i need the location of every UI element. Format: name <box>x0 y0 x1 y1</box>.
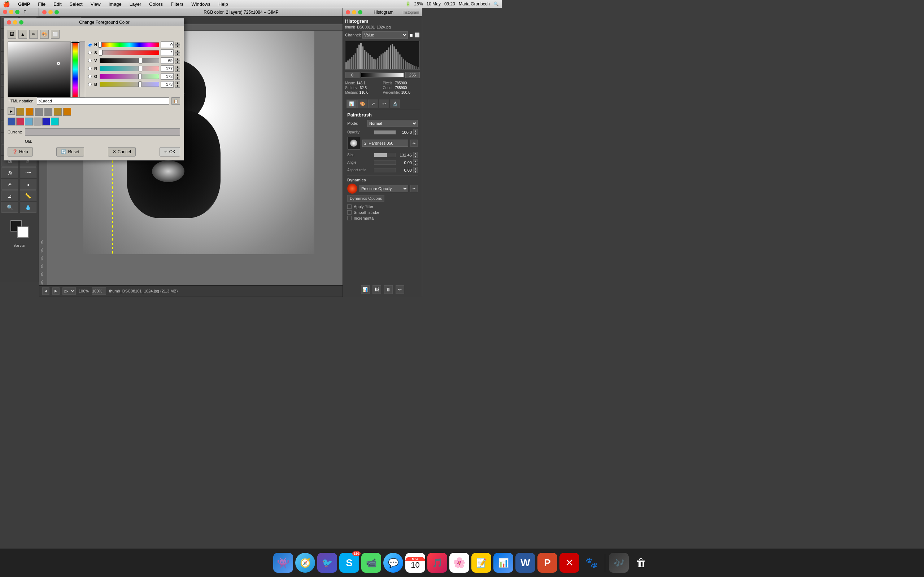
swatch-gold-2[interactable] <box>26 108 34 116</box>
apply-jitter-checkbox[interactable] <box>347 205 352 209</box>
range-start-input[interactable] <box>345 72 360 78</box>
hist-maximize[interactable] <box>358 10 362 15</box>
swatch-blue[interactable] <box>8 118 16 126</box>
swatch-gold-1[interactable] <box>16 108 24 116</box>
dynamics-edit-btn[interactable]: ✏ <box>410 185 418 192</box>
r-down[interactable]: ▼ <box>175 69 180 72</box>
size-up[interactable]: ▲ <box>413 152 418 155</box>
radio-s[interactable] <box>88 51 92 55</box>
aspect-down[interactable]: ▼ <box>413 170 418 173</box>
v-up[interactable]: ▲ <box>175 58 180 61</box>
angle-slider[interactable] <box>374 161 396 165</box>
aspect-up[interactable]: ▲ <box>413 167 418 170</box>
dynamics-select[interactable]: Pressure Opacity <box>360 185 408 192</box>
incremental-checkbox[interactable] <box>347 216 352 220</box>
tool-blur-sharpen[interactable]: ◎ <box>2 167 18 178</box>
zoom-in-button[interactable]: ▶ <box>52 287 60 295</box>
s-up[interactable]: ▲ <box>175 50 180 53</box>
radio-h[interactable] <box>88 43 92 47</box>
apple-menu[interactable]: 🍎 <box>3 1 10 8</box>
g-up[interactable]: ▲ <box>175 74 180 76</box>
s-down[interactable]: ▼ <box>175 53 180 56</box>
hue-bar[interactable] <box>72 42 78 97</box>
menu-view[interactable]: View <box>89 2 102 7</box>
cp-icon-dropper[interactable]: 🖼 <box>8 30 16 39</box>
menu-help[interactable]: Help <box>217 2 229 7</box>
g-slider[interactable] <box>100 74 159 79</box>
menu-gimp[interactable]: GIMP <box>16 2 31 7</box>
tab-histogram[interactable]: 📊 <box>347 100 357 108</box>
search-icon[interactable]: 🔍 <box>493 2 499 6</box>
menu-colors[interactable]: Colors <box>148 2 164 7</box>
g-down[interactable]: ▼ <box>175 77 180 80</box>
radio-v[interactable] <box>88 59 92 62</box>
color-square[interactable] <box>8 42 71 97</box>
range-bar[interactable] <box>361 73 404 77</box>
reset-button[interactable]: 🔄 Reset <box>56 147 84 156</box>
channel-select[interactable]: Value Red Green Blue <box>362 31 408 39</box>
range-end-input[interactable] <box>405 72 420 78</box>
channel-icon-right[interactable]: ⬜ <box>414 32 420 37</box>
opacity-param-slider[interactable] <box>374 130 396 134</box>
panel-icon-2[interactable]: 🖼 <box>373 285 381 294</box>
channel-icon-left[interactable]: ◼ <box>409 32 413 37</box>
v-down[interactable]: ▼ <box>175 61 180 64</box>
unit-select[interactable]: px in cm <box>63 287 76 295</box>
panel-icon-4[interactable]: ↩ <box>396 285 404 294</box>
swatch-gold-4[interactable] <box>63 108 71 116</box>
html-notation-input[interactable] <box>37 97 169 105</box>
swatch-gold-3[interactable] <box>54 108 62 116</box>
panel-icon-1[interactable]: 📊 <box>361 285 370 294</box>
swatch-pink[interactable] <box>16 118 24 126</box>
angle-down[interactable]: ▼ <box>413 163 418 166</box>
menu-edit[interactable]: Edit <box>52 2 63 7</box>
opacity-up[interactable]: ▲ <box>413 129 418 132</box>
main-close-button[interactable] <box>42 10 47 15</box>
h-down[interactable]: ▼ <box>175 45 180 48</box>
smooth-stroke-checkbox[interactable] <box>347 210 352 214</box>
dynamics-options-button[interactable]: Dynamics Options <box>347 195 384 201</box>
fg-bg-colors[interactable] <box>10 220 29 238</box>
cp-icon-palette[interactable]: ⬜ <box>51 30 60 39</box>
zoom-input[interactable] <box>92 287 106 295</box>
mode-select-panel[interactable]: Normal <box>367 120 418 127</box>
cp-icon-triangle[interactable]: ▲ <box>18 30 27 39</box>
swatch-dark-blue[interactable] <box>42 118 50 126</box>
radio-g[interactable] <box>88 75 92 78</box>
s-slider[interactable] <box>100 50 159 55</box>
tab-pointer[interactable]: ↗ <box>368 100 378 108</box>
html-copy-button[interactable]: 📋 <box>171 97 180 105</box>
brush-edit-button[interactable]: ✏ <box>410 140 418 147</box>
minimize-button[interactable] <box>9 10 13 14</box>
b-up[interactable]: ▲ <box>175 82 180 84</box>
menu-filters[interactable]: Filters <box>169 2 185 7</box>
menu-windows[interactable]: Windows <box>190 2 212 7</box>
alpha-bar[interactable] <box>79 42 85 97</box>
radio-r[interactable] <box>88 67 92 70</box>
menu-image[interactable]: Image <box>107 2 123 7</box>
tool-measure[interactable]: 📏 <box>20 190 36 201</box>
swatch-light-blue[interactable] <box>25 118 33 126</box>
dialog-minimize[interactable] <box>13 20 17 24</box>
ok-button[interactable]: ↵ OK <box>160 147 180 156</box>
r-slider[interactable] <box>100 66 159 71</box>
b-slider[interactable] <box>100 82 159 87</box>
swatch-expand[interactable]: ▶ <box>8 108 15 115</box>
b-down[interactable]: ▼ <box>175 85 180 88</box>
maximize-button[interactable] <box>15 10 19 14</box>
menu-layer[interactable]: Layer <box>128 2 143 7</box>
tool-smudge[interactable]: 〰 <box>20 167 36 178</box>
cp-icon-wheel[interactable]: 🎨 <box>40 30 49 39</box>
tool-zoom[interactable]: 🔍 <box>2 202 18 213</box>
radio-b[interactable] <box>88 82 92 86</box>
size-slider[interactable] <box>374 153 396 157</box>
swatch-empty-2[interactable] <box>44 108 52 116</box>
opacity-down[interactable]: ▼ <box>413 132 418 135</box>
hist-close[interactable] <box>346 10 350 15</box>
tool-dodge-burn[interactable]: ☀ <box>2 179 18 190</box>
hist-minimize[interactable] <box>352 10 356 15</box>
help-button[interactable]: ❓ Help <box>8 147 33 156</box>
tab-sample[interactable]: 🔬 <box>390 100 400 108</box>
v-slider[interactable] <box>100 58 159 63</box>
zoom-out-button[interactable]: ◀ <box>42 287 50 295</box>
